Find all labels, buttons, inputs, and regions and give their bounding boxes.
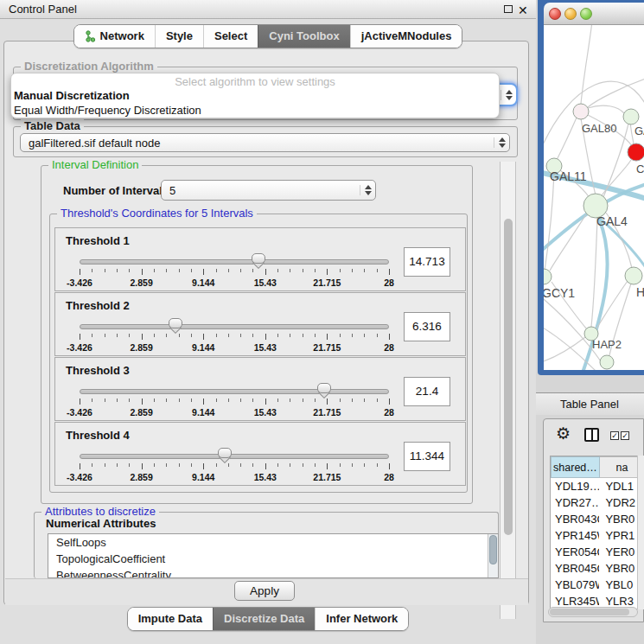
svg-text:GCY1: GCY1	[544, 286, 575, 300]
checkbox-icon[interactable]: ✓	[621, 431, 629, 440]
tab-jactivemnodules[interactable]: jActiveMNodules	[350, 25, 462, 48]
threshold-label: Threshold 3	[66, 364, 130, 377]
slider-thumb[interactable]	[218, 448, 232, 465]
slider-thumb[interactable]	[317, 383, 331, 400]
table-data-combobox[interactable]: galFiltered.sif default node	[20, 133, 510, 152]
table-header-row: shared… na	[551, 456, 644, 478]
threshold-label: Threshold 1	[66, 234, 130, 247]
combo-arrows-icon	[360, 185, 375, 195]
threshold-slider[interactable]: -3.4262.8599.14415.4321.71528	[80, 450, 389, 485]
threshold-label: Threshold 4	[66, 429, 130, 442]
numerical-attributes-label: Numerical Attributes	[46, 517, 156, 530]
tab-discretize-data[interactable]: Discretize Data	[213, 608, 315, 630]
tab-style[interactable]: Style	[155, 25, 203, 48]
attribute-item[interactable]: TopologicalCoefficient	[48, 551, 498, 567]
number-of-intervals-combobox[interactable]: 5	[161, 180, 376, 201]
control-panel-titlebar: Control Panel ✕	[0, 0, 536, 19]
bottom-tab-bar: Impute DataDiscretize DataInfer Network	[0, 607, 536, 631]
node-table[interactable]: shared… na YDL19…YDL1YDR27…YDR2YBR043CYB…	[550, 456, 644, 609]
numerical-attributes-list[interactable]: SelfLoopsTopologicalCoefficientBetweenne…	[48, 533, 499, 578]
slider-ticks	[80, 399, 389, 405]
tab-network[interactable]: Network	[74, 25, 155, 48]
algorithm-dropdown-popup: Select algorithm to view settings Manual…	[10, 73, 500, 118]
threshold-slider[interactable]: -3.4262.8599.14415.4321.71528	[80, 386, 389, 420]
threshold-row: Threshold 4-3.4262.8599.14415.4321.71528…	[54, 422, 466, 486]
table-row[interactable]: YDL19…YDL1	[551, 478, 644, 494]
mac-close-icon[interactable]	[549, 8, 561, 20]
table-data-group-title: Table Data	[21, 119, 84, 132]
table-row[interactable]: YBR043CYBR0	[551, 511, 644, 527]
split-columns-icon[interactable]	[584, 428, 599, 442]
svg-text:C: C	[636, 163, 644, 175]
table-panel-title: Table Panel	[560, 398, 619, 411]
svg-text:GAL4: GAL4	[596, 214, 628, 228]
slider-ticks	[80, 269, 389, 276]
threshold-row: Threshold 2-3.4262.8599.14415.4321.71528…	[54, 292, 466, 356]
apply-button[interactable]: Apply	[234, 581, 295, 601]
table-row[interactable]: YBL079WYBL0	[551, 577, 644, 593]
svg-text:HAP2: HAP2	[592, 338, 622, 351]
panel-scrollbar[interactable]	[500, 162, 516, 619]
table-horizontal-scrollbar[interactable]	[548, 607, 638, 617]
tab-infer-network[interactable]: Infer Network	[315, 608, 408, 630]
table-vertical-scrollbar[interactable]	[637, 456, 644, 609]
attribute-item[interactable]: BetweennessCentrality	[48, 567, 498, 578]
attributes-scrollbar[interactable]	[488, 534, 498, 578]
gear-icon[interactable]: ⚙	[556, 424, 571, 443]
number-of-intervals-value: 5	[162, 184, 360, 197]
tab-cyni-toolbox[interactable]: Cyni Toolbox	[258, 25, 349, 48]
table-rows: YDL19…YDL1YDR27…YDR2YBR043CYBR0YPR145WYP…	[551, 478, 644, 609]
slider-ticks	[80, 334, 389, 341]
table-panel: ⚙ ✓ ✓ shared… na YDL19…YDL1YDR27…YDR2YBR…	[543, 418, 644, 622]
table-row[interactable]: YPR145WYPR1	[551, 527, 644, 544]
table-data-selected: galFiltered.sif default node	[21, 137, 494, 150]
slider-track[interactable]	[80, 389, 389, 394]
slider-track[interactable]	[80, 259, 389, 265]
tab-select[interactable]: Select	[203, 25, 258, 48]
control-panel: Control Panel ✕ Discretization Algorithm…	[0, 0, 536, 644]
tab-impute-data[interactable]: Impute Data	[128, 608, 213, 630]
threshold-value-field[interactable]: 14.713	[404, 247, 450, 277]
bottom-tabs-segment: Impute DataDiscretize DataInfer Network	[127, 607, 410, 631]
slider-thumb[interactable]	[169, 318, 182, 335]
slider-track[interactable]	[80, 454, 389, 459]
slider-track[interactable]	[80, 324, 389, 329]
thresholds-group-title: Threshold's Coordinates for 5 Intervals	[57, 207, 257, 220]
checkbox-icon[interactable]: ✓	[610, 431, 619, 440]
top-tabs-segment: NetworkStyleSelectCyni ToolboxjActiveMNo…	[73, 24, 463, 48]
slider-ticks	[80, 463, 389, 470]
float-window-icon[interactable]	[504, 5, 513, 13]
svg-text:GAL80: GAL80	[582, 122, 616, 135]
threshold-slider[interactable]: -3.4262.8599.14415.4321.71528	[80, 256, 389, 290]
attr-items: SelfLoopsTopologicalCoefficientBetweenne…	[48, 534, 498, 578]
attribute-item[interactable]: SelfLoops	[48, 534, 498, 551]
threshold-row: Threshold 1-3.4262.8599.14415.4321.71528…	[54, 227, 466, 291]
network-icon	[85, 30, 96, 42]
table-row[interactable]: YBR045CYBR0	[551, 560, 644, 577]
algorithm-option[interactable]: Equal Width/Frequency Discretization	[11, 103, 499, 118]
table-hscrollbar-thumb[interactable]	[550, 609, 629, 615]
threshold-value-field[interactable]: 21.4	[404, 377, 450, 406]
close-icon[interactable]: ✕	[518, 1, 528, 20]
threshold-slider[interactable]: -3.4262.8599.14415.4321.71528	[80, 321, 389, 355]
threshold-value-field[interactable]: 11.344	[404, 442, 450, 471]
slider-thumb[interactable]	[252, 253, 265, 271]
threshold-value-field[interactable]: 6.316	[404, 312, 450, 341]
panel-scrollbar-thumb[interactable]	[504, 219, 513, 535]
combo-arrows-icon	[494, 137, 509, 148]
combo-arrows-icon	[501, 90, 516, 100]
mac-minimize-icon[interactable]	[564, 8, 577, 20]
attributes-group-title: Attributes to discretize	[41, 505, 159, 518]
table-row[interactable]: YER054CYER0	[551, 544, 644, 560]
algorithm-options: Manual DiscretizationEqual Width/Frequen…	[11, 88, 499, 118]
column-header-shared-name[interactable]: shared…	[551, 456, 600, 478]
mac-zoom-icon[interactable]	[580, 8, 592, 20]
threshold-row: Threshold 3-3.4262.8599.14415.4321.71528…	[54, 357, 466, 421]
algorithm-option[interactable]: Manual Discretization	[11, 88, 499, 103]
attributes-scrollbar-thumb[interactable]	[489, 535, 497, 564]
network-canvas[interactable]: GAL80GACGAL11GAL4GCY1HHAP2	[544, 25, 644, 370]
table-row[interactable]: YDR27…YDR2	[551, 494, 644, 511]
cyni-toolbox-content: Discretization Algorithm Table Data galF…	[3, 41, 529, 605]
svg-text:GAL11: GAL11	[550, 169, 587, 183]
svg-text:GA: GA	[634, 124, 644, 137]
